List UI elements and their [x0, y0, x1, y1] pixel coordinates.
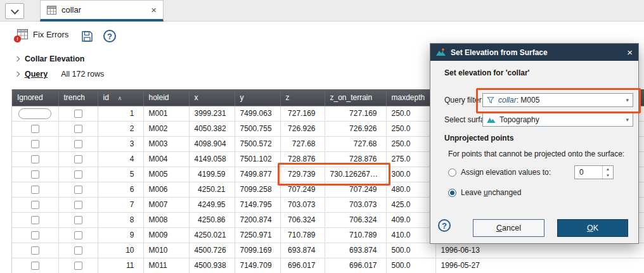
column-header-y[interactable]: y: [235, 89, 280, 106]
tab-close-icon[interactable]: ×: [151, 5, 157, 15]
ignored-checkbox-focused[interactable]: [18, 108, 51, 119]
ignored-checkbox[interactable]: [31, 186, 39, 194]
trench-checkbox[interactable]: [74, 125, 82, 133]
column-header-trench[interactable]: trench: [58, 89, 98, 106]
radio-selected-icon[interactable]: [448, 189, 456, 197]
cell-x: 4250.21: [189, 182, 235, 197]
query-link[interactable]: Query: [25, 70, 48, 79]
ok-button[interactable]: OK: [557, 219, 628, 237]
trench-checkbox[interactable]: [74, 186, 82, 194]
cell-x: 4149.058: [189, 151, 235, 167]
cell-trench: [58, 227, 98, 243]
cell-holeid: M004: [143, 151, 189, 167]
trench-checkbox[interactable]: [74, 246, 82, 255]
cell-z_on_terrain: 727.68: [325, 136, 386, 151]
spin-up-icon[interactable]: ▲: [603, 166, 613, 172]
cell-date: 1996-05-27: [435, 258, 644, 273]
column-header-x[interactable]: x: [189, 89, 235, 106]
select-surface-combobox[interactable]: Topography ▾: [482, 113, 633, 127]
chevron-down-icon: [11, 6, 19, 15]
cell-x: 4500.726: [189, 243, 235, 258]
cell-holeid: M010: [143, 243, 189, 258]
cancel-button[interactable]: Cancel: [473, 219, 544, 237]
spin-down-icon[interactable]: ▼: [603, 172, 613, 179]
tab-strip: collar ×: [0, 0, 644, 22]
cell-ignored: [12, 243, 58, 258]
save-button[interactable]: [79, 28, 95, 44]
ignored-checkbox[interactable]: [31, 216, 39, 224]
dialog-close-icon[interactable]: ×: [627, 48, 633, 57]
cell-y: 7149.709: [235, 258, 280, 273]
cell-trench: [58, 197, 98, 212]
ignored-checkbox[interactable]: [31, 170, 39, 179]
cell-y: 7200.874: [235, 212, 280, 227]
cell-z_on_terrain: 730.126267…: [325, 167, 386, 182]
cell-date: 1996-06-13: [435, 243, 644, 258]
dialog-titlebar[interactable]: Set Elevation from Surface ×: [430, 44, 638, 61]
cell-trench: [58, 258, 98, 273]
assign-elevation-radio-option[interactable]: Assign elevation values to:: [448, 168, 551, 177]
query-section-header[interactable]: Query All 172 rows: [15, 70, 104, 79]
cell-ignored: [12, 182, 58, 197]
trench-checkbox[interactable]: [74, 262, 82, 270]
cell-maxdepth: 250.0: [386, 121, 435, 136]
trench-checkbox[interactable]: [74, 110, 82, 118]
column-header-z_on_terrain[interactable]: z_on_terrain: [325, 89, 386, 106]
fix-errors-label: Fix Errors: [33, 30, 68, 39]
assign-elevation-label: Assign elevation values to:: [461, 168, 551, 177]
cell-z: 706.324: [280, 212, 325, 227]
cell-holeid: M002: [143, 121, 189, 136]
cell-trench: [58, 212, 98, 227]
query-filter-combobox[interactable]: collar: M005 ▾: [482, 93, 633, 107]
cell-holeid: M003: [143, 136, 189, 151]
chevron-right-icon: [15, 72, 20, 77]
fix-errors-button[interactable]: ! Fix Errors: [16, 29, 68, 41]
set-elevation-icon: [436, 48, 446, 56]
radio-unselected-icon[interactable]: [448, 168, 456, 177]
column-header-z[interactable]: z: [280, 89, 325, 106]
column-header-id[interactable]: id∧: [98, 89, 143, 106]
column-header-holeid[interactable]: holeid: [143, 89, 189, 106]
ignored-checkbox[interactable]: [31, 155, 39, 163]
cell-id: 4: [98, 151, 143, 167]
ignored-checkbox[interactable]: [31, 262, 39, 270]
cell-holeid: M001: [143, 106, 189, 121]
query-filter-table-name: collar: [498, 96, 517, 105]
trench-checkbox[interactable]: [74, 231, 82, 239]
elevation-value-spinner[interactable]: 0 ▲ ▼: [574, 165, 614, 179]
dialog-help-button[interactable]: ?: [438, 219, 451, 232]
tab-collar[interactable]: collar ×: [40, 0, 164, 22]
chevron-down-icon: ▾: [626, 117, 629, 123]
cell-z_on_terrain: 696.017: [325, 258, 386, 273]
trench-checkbox[interactable]: [74, 201, 82, 209]
column-header-Ignored[interactable]: Ignored: [12, 89, 58, 106]
tab-list-dropdown-button[interactable]: [5, 3, 24, 19]
leave-unchanged-radio-option[interactable]: Leave unchanged: [448, 188, 521, 197]
cell-z: 707.249: [280, 182, 325, 197]
trench-checkbox[interactable]: [74, 216, 82, 224]
collar-elevation-section-header[interactable]: Collar Elevation: [15, 54, 84, 63]
ignored-checkbox[interactable]: [31, 246, 39, 255]
trench-checkbox[interactable]: [74, 170, 82, 179]
column-header-maxdepth[interactable]: maxdepth: [386, 89, 435, 106]
cell-maxdepth: 300.0: [386, 167, 435, 182]
ignored-checkbox[interactable]: [31, 140, 39, 148]
cell-id: 8: [98, 212, 143, 227]
ignored-checkbox[interactable]: [31, 231, 39, 239]
cell-maxdepth: 500.0: [386, 258, 435, 273]
cell-trench: [58, 182, 98, 197]
trench-checkbox[interactable]: [74, 140, 82, 148]
help-button[interactable]: ?: [101, 28, 118, 44]
ignored-checkbox[interactable]: [31, 201, 39, 209]
cell-z: 703.073: [280, 197, 325, 212]
cell-y: 7500.755: [235, 121, 280, 136]
cell-y: 7499.063: [235, 106, 280, 121]
cell-maxdepth: 480.0: [386, 182, 435, 197]
elevation-value[interactable]: 0: [575, 166, 602, 179]
ignored-checkbox[interactable]: [31, 125, 39, 133]
cell-ignored: [12, 167, 58, 182]
cell-trench: [58, 121, 98, 136]
chevron-down-icon: ▾: [626, 97, 629, 103]
trench-checkbox[interactable]: [74, 155, 82, 163]
cell-holeid: M011: [143, 258, 189, 273]
